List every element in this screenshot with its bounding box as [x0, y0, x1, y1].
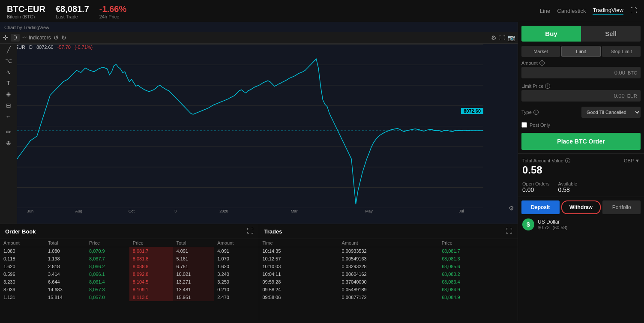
redo-btn[interactable]: ↻ [61, 34, 66, 41]
node-tool[interactable]: ⊕ [6, 91, 11, 98]
trades-row: 10:14:35 0.00933532 €8,081.7 [259, 247, 518, 255]
price-chart: 12000.00 11000.00 10000.00 9000.00 8000.… [17, 32, 483, 213]
candlestick-view-btn[interactable]: Candlestick [557, 8, 586, 14]
zoom-tool[interactable]: ⊕ [6, 140, 11, 147]
withdraw-btn[interactable]: Withdraw [561, 200, 601, 214]
wallet-info: US Dollar $0.73 (£0.58) [538, 219, 567, 230]
chart-interval: D [29, 45, 33, 50]
last-trade-label: Last Trade [56, 14, 89, 19]
tradingview-btn[interactable]: TradingView [593, 7, 623, 15]
ob-col-amount: Amount [0, 239, 45, 247]
trades-row: 10:10:03 0.03293228 €8,085.6 [259, 263, 518, 270]
wallet-icon: $ [522, 218, 534, 230]
trades-row: 09:58:24 0.05489189 €8,084.9 [259, 286, 518, 293]
settings-icon[interactable]: ⚙ [491, 34, 497, 41]
order-book-table: Amount Total Price Price Total Amount 1.… [0, 239, 259, 301]
crosshair-tool[interactable]: ✛ [3, 33, 8, 42]
limit-tab[interactable]: Limit [561, 46, 601, 57]
wallet-amount: $0.73 (£0.58) [538, 225, 567, 230]
stop-limit-tab[interactable]: Stop-Limit [602, 46, 641, 57]
orders-available-row: Open Orders 0.00 Available 0.58 [518, 179, 644, 197]
post-only-label: Post Only [530, 123, 550, 128]
line-tool[interactable]: ╱ [7, 46, 10, 53]
order-book-panel: Order Book ⛶ Amount Total Price Price To… [0, 224, 259, 321]
trades-row: 09:58:06 0.00877172 €8,084.9 [259, 293, 518, 301]
order-book-row: 1.131 15.814 8,057.0 8,113.0 15.951 2.47… [0, 293, 259, 301]
ob-col-price-ask: Price [129, 239, 173, 247]
trades-col-time: Time [259, 239, 338, 247]
expand-icon[interactable]: ⛶ [630, 7, 637, 15]
limit-price-label: Limit Price [521, 84, 543, 89]
type-field: Type i Good Til Cancelled Good Till Date… [521, 107, 641, 118]
chart-ohlc: 8072.60 [36, 45, 54, 50]
deposit-btn[interactable]: Deposit [521, 200, 560, 214]
trades-row: 10:12:57 0.00549163 €8,081.3 [259, 255, 518, 263]
chart-change: -57.70 [57, 45, 71, 50]
trades-col-price: Price [438, 239, 518, 247]
trades-col-amount: Amount [338, 239, 438, 247]
measure-tool[interactable]: ⊟ [6, 102, 11, 109]
svg-text:3: 3 [174, 209, 177, 213]
order-type-tabs: Market Limit Stop-Limit [521, 46, 641, 57]
ticker-symbol: BTC-EUR Bitcoin (BTC) [7, 4, 45, 19]
available-label: Available [558, 181, 577, 186]
buy-tab[interactable]: Buy [521, 26, 581, 42]
trades-title: Trades [264, 228, 282, 235]
account-currency-selector[interactable]: GBP ▼ [624, 158, 640, 163]
place-order-btn[interactable]: Place BTC Order [521, 133, 641, 150]
amount-field: Amount i BTC [521, 60, 641, 78]
fullscreen-icon[interactable]: ⛶ [499, 34, 505, 41]
amount-info-icon: i [539, 60, 545, 66]
order-book-expand[interactable]: ⛶ [247, 227, 254, 235]
buy-sell-tabs: Buy Sell [521, 26, 641, 42]
svg-text:Jul: Jul [459, 209, 464, 213]
amount-input[interactable] [525, 69, 625, 76]
svg-text:May: May [365, 209, 373, 213]
trades-row: 09:59:28 0.37040000 €8,083.4 [259, 278, 518, 286]
type-select[interactable]: Good Til Cancelled Good Till Date Immedi… [581, 107, 641, 118]
account-total: 0.58 [522, 164, 640, 176]
type-label: Type [521, 110, 532, 115]
trades-expand[interactable]: ⛶ [506, 227, 512, 235]
pitchfork-tool[interactable]: ⌥ [5, 57, 12, 64]
brush-tool[interactable]: ∿ [6, 69, 11, 75]
text-tool[interactable]: T [6, 80, 10, 87]
symbol-text: BTC-EUR [7, 4, 45, 14]
post-only-row: Post Only [521, 122, 641, 128]
ob-col-total: Total [45, 239, 86, 247]
back-btn[interactable]: ← [6, 113, 12, 120]
open-orders-value: 0.00 [522, 186, 550, 193]
interval-selector[interactable]: D [11, 34, 20, 42]
chart-settings-btn[interactable]: ⚙ [509, 205, 514, 212]
available-value: 0.58 [558, 186, 577, 193]
svg-text:Aug: Aug [75, 209, 82, 213]
order-book-title: Order Book [5, 228, 36, 235]
svg-text:Oct: Oct [129, 209, 135, 213]
amount-currency: BTC [628, 70, 637, 75]
available-col: Available 0.58 [558, 181, 577, 193]
marker-tool[interactable]: ✏ [6, 129, 11, 135]
view-switcher: Line Candlestick TradingView ⛶ [540, 7, 637, 15]
open-orders-label: Open Orders [522, 181, 550, 186]
account-value-label: Total Account Value [522, 158, 563, 163]
portfolio-btn[interactable]: Portfolio [602, 200, 641, 214]
trades-table: Time Amount Price 10:14:35 0.00933532 €8… [259, 239, 518, 301]
price-change: -1.66% [99, 4, 126, 14]
svg-text:Mar: Mar [291, 209, 298, 213]
sell-tab[interactable]: Sell [581, 26, 641, 42]
wallet-name: US Dollar [538, 219, 567, 225]
order-book-row: 1.080 1.080 8,070.9 8,081.7 4.091 4.091 [0, 247, 259, 255]
left-toolbar: ✛ ╱ ⌥ ∿ T ⊕ ⊟ ← ✏ ⊕ [0, 32, 17, 224]
indicators-btn[interactable]: 〰 Indicators [22, 35, 51, 41]
camera-icon[interactable]: 📷 [508, 34, 515, 41]
last-trade-block: €8,081.7 Last Trade [56, 4, 89, 19]
chart-change-pct: (-0.71%) [75, 45, 93, 50]
line-view-btn[interactable]: Line [540, 8, 551, 14]
limit-price-input[interactable] [525, 93, 625, 99]
svg-text:2020: 2020 [219, 209, 228, 213]
market-tab[interactable]: Market [521, 46, 560, 57]
undo-btn[interactable]: ↺ [54, 34, 59, 41]
post-only-checkbox[interactable] [521, 122, 527, 128]
svg-text:Jun: Jun [27, 209, 33, 213]
order-book-row: 0.118 1.198 8,067.7 8,081.8 5.161 1.070 [0, 255, 259, 263]
